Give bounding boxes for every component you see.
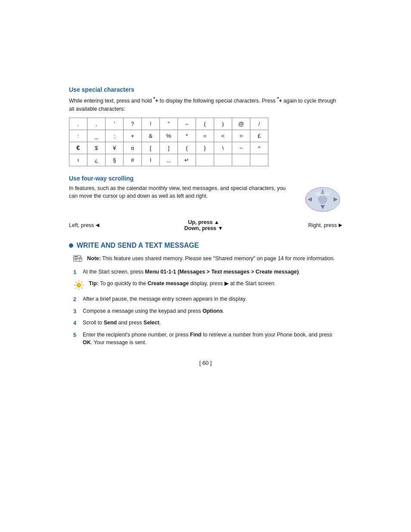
char-cell [250, 154, 268, 166]
page-number: [ 60 ] [69, 360, 342, 366]
nav-right-arrow: ▶ [339, 222, 342, 228]
step-4-text: Scroll to Send and press Select. [83, 319, 161, 327]
write-send-title-text: WRITE AND SEND A TEXT MESSAGE [77, 242, 199, 249]
four-way-section: Use four-way scrolling In features, such… [69, 175, 342, 231]
char-cell: % [160, 130, 178, 142]
svg-rect-9 [75, 258, 79, 259]
special-chars-title: Use special characters [69, 86, 342, 93]
tip-icon [73, 280, 84, 291]
step-3: 3 Compose a message using the keypad and… [73, 307, 342, 316]
char-cell: , [87, 118, 106, 130]
char-cell: @ [232, 118, 250, 130]
svg-rect-12 [80, 258, 81, 258]
char-cell: / [250, 118, 268, 130]
star-key-1: *+ [153, 98, 158, 104]
write-send-title: WRITE AND SEND A TEXT MESSAGE [69, 242, 342, 249]
step-num-5: 5 [73, 331, 79, 339]
char-cell: I [142, 154, 160, 166]
char-cell: § [106, 154, 124, 166]
nav-left-arrow: ◀ [96, 222, 99, 228]
char-cell: £ [250, 130, 268, 142]
char-cell: " [160, 118, 178, 130]
svg-point-22 [77, 283, 81, 287]
char-cell: [ [142, 142, 160, 154]
nav-right: Right, press ▶ [308, 222, 342, 228]
char-cell: ı [69, 154, 87, 166]
char-cell: ] [160, 142, 178, 154]
nav-left: Left, press ◀ [69, 222, 99, 228]
step-num-1: 1 [73, 268, 79, 277]
svg-line-21 [75, 288, 76, 289]
nav-up-label: Up, press ▲ [188, 219, 219, 225]
char-cell [214, 154, 232, 166]
char-cell: = [196, 130, 214, 142]
note-label: Note: [87, 255, 101, 261]
step-1-text: At the Start screen, press Menu 01-1-1 (… [83, 268, 300, 276]
char-cell: # [124, 154, 142, 166]
char-cell: α [124, 142, 142, 154]
char-cell: ! [142, 118, 160, 130]
step-5-text: Enter the recipient's phone number, or p… [83, 331, 342, 347]
note-text: Note: This feature uses shared memory. P… [87, 255, 335, 263]
char-cell: ⎵ [160, 154, 178, 166]
char-cell: \ [214, 142, 232, 154]
svg-line-18 [75, 282, 76, 283]
char-cell: ' [106, 118, 124, 130]
char-cell: { [178, 142, 196, 154]
char-cell: ¥ [106, 142, 124, 154]
char-cell: : [69, 130, 87, 142]
write-send-section: WRITE AND SEND A TEXT MESSAGE Note: This… [69, 242, 342, 347]
four-way-title: Use four-way scrolling [69, 175, 342, 182]
char-cell: } [196, 142, 214, 154]
svg-point-6 [315, 191, 330, 196]
page: Use special characters While entering te… [0, 0, 411, 532]
nav-directions: Left, press ◀ Up, press ▲ Down, press ▼ … [69, 219, 342, 231]
steps-list-2: 2 After a brief pause, the message entry… [73, 295, 342, 347]
svg-line-20 [81, 282, 82, 283]
bullet-icon [69, 243, 73, 248]
char-cell: & [142, 130, 160, 142]
svg-line-19 [81, 288, 82, 289]
nav-down-label: Down, press ▼ [184, 225, 223, 231]
char-cell: * [178, 130, 196, 142]
char-cell: ~ [232, 142, 250, 154]
char-cell: < [214, 130, 232, 142]
nav-center: Up, press ▲ Down, press ▼ [184, 219, 223, 231]
scrolling-desc: In features, such as the calendar monthl… [69, 184, 295, 201]
char-cell: ; [106, 130, 124, 142]
char-cell [232, 154, 250, 166]
char-cell: ? [124, 118, 142, 130]
nav-left-label: Left, press [69, 222, 94, 228]
char-cell: ^ [250, 142, 268, 154]
step-4: 4 Scroll to Send and press Select. [73, 319, 342, 327]
special-chars-section: Use special characters While entering te… [69, 86, 342, 166]
note-icon [73, 255, 83, 263]
step-3-text: Compose a message using the keypad and p… [83, 307, 224, 315]
char-cell: . [69, 118, 87, 130]
tip-box: Tip: To go quickly to the Create message… [73, 280, 342, 291]
char-cell [196, 154, 214, 166]
svg-rect-8 [75, 256, 78, 257]
char-cell: – [178, 118, 196, 130]
svg-rect-13 [80, 259, 81, 259]
step-num-2: 2 [73, 295, 79, 304]
step-2-text: After a brief pause, the message entry s… [83, 295, 247, 303]
char-cell: $ [87, 142, 106, 154]
tip-label: Tip: [89, 280, 99, 286]
steps-list: 1 At the Start screen, press Menu 01-1-1… [73, 268, 342, 277]
special-chars-desc: While entering text, press and hold *+ t… [69, 96, 342, 113]
chars-table: . , ' ? ! " – ( ) @ / : _ ; + & [69, 118, 268, 166]
char-cell: _ [87, 130, 106, 142]
star-key-2: *+ [277, 98, 282, 104]
char-cell: ¿ [87, 154, 106, 166]
nav-right-label: Right, press [308, 222, 337, 228]
char-cell: ( [196, 118, 214, 130]
step-1: 1 At the Start screen, press Menu 01-1-1… [73, 268, 342, 277]
step-num-3: 3 [73, 307, 79, 316]
char-cell: > [232, 130, 250, 142]
note-box: Note: This feature uses shared memory. P… [73, 255, 342, 263]
step-2: 2 After a brief pause, the message entry… [73, 295, 342, 304]
step-num-4: 4 [73, 319, 79, 327]
char-cell: ) [214, 118, 232, 130]
tip-text: Tip: To go quickly to the Create message… [89, 280, 276, 288]
